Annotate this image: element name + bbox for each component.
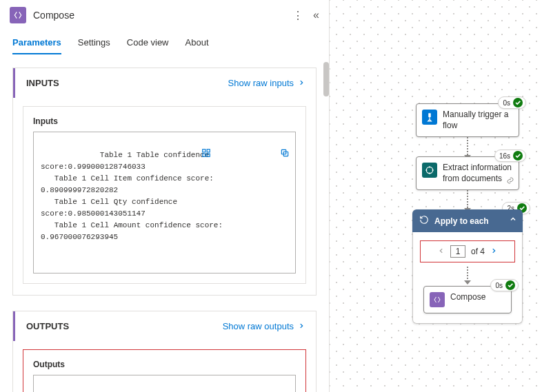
copy-icon[interactable] <box>217 136 290 174</box>
chevron-right-icon <box>298 321 305 331</box>
tab-bar: Parameters Settings Code view About <box>0 30 329 55</box>
page-total: of 4 <box>471 247 485 256</box>
show-raw-outputs-label: Show raw outputs <box>223 321 294 331</box>
copy-icon[interactable] <box>217 380 290 392</box>
trigger-icon <box>422 110 437 125</box>
node-compose-label: Compose <box>450 292 485 303</box>
more-icon[interactable]: ⋮ <box>292 9 303 22</box>
tab-codeview[interactable]: Code view <box>127 37 169 54</box>
document-ai-icon <box>422 163 437 178</box>
inputs-title: INPUTS <box>26 78 59 88</box>
tab-about[interactable]: About <box>185 37 209 54</box>
tab-settings[interactable]: Settings <box>78 37 110 54</box>
outputs-card: OUTPUTS Show raw outputs Outputs Table 1… <box>12 311 317 392</box>
badge-duration: 16s <box>499 152 510 160</box>
prev-page-icon[interactable] <box>438 247 445 256</box>
outputs-section-label: Outputs <box>33 360 296 369</box>
node-extract-label: Extract information from documents <box>443 163 513 184</box>
svg-rect-12 <box>428 113 431 117</box>
node-trigger-label: Manually trigger a flow <box>443 110 513 131</box>
svg-point-13 <box>426 167 432 174</box>
compose-icon <box>10 7 26 23</box>
inputs-body: Inputs Table 1 Table confidence score:0.… <box>23 106 306 284</box>
status-badge: 0s <box>490 279 519 291</box>
tab-parameters[interactable]: Parameters <box>12 37 61 54</box>
show-raw-inputs-link[interactable]: Show raw inputs <box>228 78 305 88</box>
loop-icon <box>419 215 429 227</box>
svg-rect-3 <box>207 154 210 156</box>
flow-column: Manually trigger a flow 0s Extract infor… <box>412 103 523 324</box>
inputs-content-box: Table 1 Table confidence score:0.9990001… <box>33 132 296 274</box>
chevron-right-icon <box>298 78 305 88</box>
svg-rect-2 <box>202 154 205 156</box>
inputs-card: INPUTS Show raw inputs Inputs Table 1 Ta… <box>12 68 317 296</box>
foreach-body: of 4 Compose 0s <box>412 232 523 324</box>
next-page-icon[interactable] <box>490 247 497 256</box>
node-extract[interactable]: Extract information from documents 16s <box>416 156 519 190</box>
iteration-pager: of 4 <box>420 240 515 262</box>
collapse-icon[interactable]: « <box>313 9 319 21</box>
node-compose[interactable]: Compose 0s <box>423 286 512 313</box>
grid-view-icon[interactable] <box>137 136 210 174</box>
grid-view-icon[interactable] <box>137 380 210 392</box>
success-check-icon <box>513 98 523 107</box>
panel-title: Compose <box>33 10 292 21</box>
svg-rect-1 <box>207 149 210 152</box>
connector <box>467 190 468 209</box>
inputs-card-header: INPUTS Show raw inputs <box>13 68 316 98</box>
details-panel: Compose ⋮ « Parameters Settings Code vie… <box>0 0 330 392</box>
outputs-title: OUTPUTS <box>26 321 69 331</box>
success-check-icon <box>513 151 523 161</box>
node-foreach[interactable]: 2s Apply to each of 4 <box>412 209 523 324</box>
status-badge: 16s <box>494 149 526 162</box>
foreach-label: Apply to each <box>434 216 489 226</box>
outputs-card-header: OUTPUTS Show raw outputs <box>13 311 316 341</box>
panel-scroll[interactable]: INPUTS Show raw inputs Inputs Table 1 Ta… <box>0 55 329 392</box>
node-trigger[interactable]: Manually trigger a flow 0s <box>416 103 519 137</box>
outputs-body: Outputs Table 1 Table confidence score:0… <box>23 349 306 392</box>
badge-duration: 0s <box>503 99 510 107</box>
show-raw-outputs-link[interactable]: Show raw outputs <box>223 321 305 331</box>
panel-header: Compose ⋮ « <box>0 0 329 30</box>
success-check-icon <box>505 280 515 290</box>
svg-rect-0 <box>202 149 205 152</box>
status-badge: 0s <box>498 96 526 109</box>
connector <box>467 137 468 156</box>
compose-icon <box>430 292 445 307</box>
chevron-up-icon[interactable] <box>509 215 517 225</box>
show-raw-inputs-label: Show raw inputs <box>228 78 294 88</box>
outputs-content-box: Table 1 Table confidence score:0.9990001… <box>33 375 296 392</box>
link-icon <box>506 176 514 187</box>
page-input[interactable] <box>450 245 465 258</box>
foreach-header[interactable]: Apply to each <box>412 209 523 232</box>
flow-canvas[interactable]: Manually trigger a flow 0s Extract infor… <box>330 0 542 392</box>
connector <box>467 267 468 282</box>
inputs-section-label: Inputs <box>33 116 296 126</box>
badge-duration: 0s <box>495 282 503 289</box>
scrollbar-thumb[interactable] <box>323 62 329 96</box>
